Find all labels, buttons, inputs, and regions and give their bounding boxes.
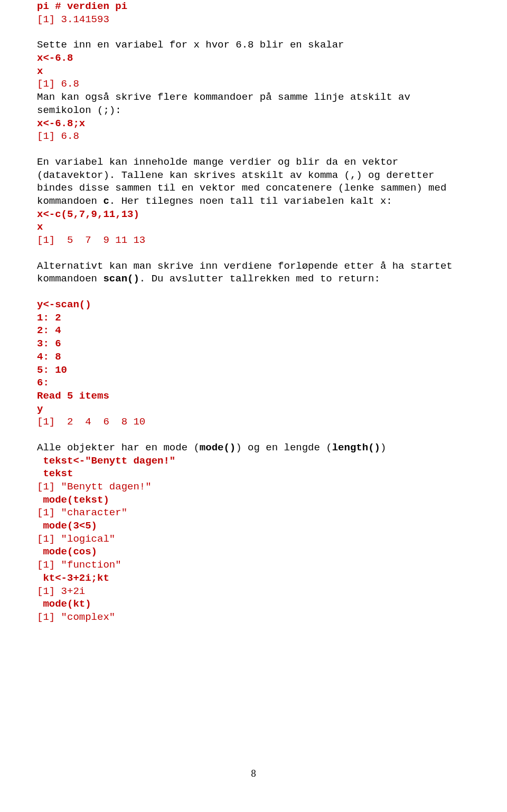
code-line: x<-6.8	[37, 52, 470, 65]
text-paragraph: Alternativt kan man skrive inn verdiene …	[37, 260, 470, 286]
page-number: 8	[0, 767, 507, 780]
output-line: [1] 5 7 9 11 13	[37, 234, 470, 247]
output-line: [1] "complex"	[37, 611, 470, 624]
output-line: [1] "logical"	[37, 533, 470, 546]
text-span: . Her tilegnes noen tall til variabelen …	[109, 195, 392, 207]
code-line: 5: 10	[37, 364, 470, 377]
code-line: tekst<-"Benytt dagen!"	[37, 455, 470, 468]
output-line: [1] 3+2i	[37, 585, 470, 598]
code-line: tekst	[37, 467, 470, 480]
code-line: mode(tekst)	[37, 494, 470, 507]
code-line: kt<-3+2i;kt	[37, 572, 470, 585]
bold-span: mode()	[200, 442, 236, 454]
text-span: ) og en lengde (	[236, 442, 332, 454]
text-line: Alle objekter har en mode (mode()) og en…	[37, 441, 470, 455]
code-line: x	[37, 221, 470, 234]
code-line: y<-scan()	[37, 298, 470, 311]
bold-span: scan()	[103, 273, 139, 285]
code-line: 3: 6	[37, 337, 470, 351]
bold-span: length()	[332, 442, 380, 454]
code-line: Read 5 items	[37, 390, 470, 403]
code-line: x<-c(5,7,9,11,13)	[37, 208, 470, 221]
code-line: 4: 8	[37, 351, 470, 364]
output-line: [1] 6.8	[37, 130, 470, 143]
text-span: )	[380, 442, 386, 454]
code-line: mode(cos)	[37, 545, 470, 559]
output-line: [1] "function"	[37, 559, 470, 572]
code-line: 2: 4	[37, 324, 470, 337]
spacer	[37, 247, 470, 260]
bold-span: c	[103, 195, 109, 207]
spacer	[37, 143, 470, 156]
output-line: [1] "character"	[37, 506, 470, 520]
output-line: [1] 6.8	[37, 78, 470, 91]
spacer	[37, 429, 470, 441]
text-span: . Du avslutter tallrekken med to return:	[139, 273, 380, 285]
text-line: Man kan også skrive flere kommandoer på …	[37, 91, 470, 117]
code-line: 6:	[37, 376, 470, 390]
code-line: mode(3<5)	[37, 520, 470, 533]
text-line: Sette inn en variabel for x hvor 6.8 bli…	[37, 39, 470, 52]
document-page: pi # verdien pi [1] 3.141593 Sette inn e…	[0, 0, 507, 812]
code-line: mode(kt)	[37, 598, 470, 611]
output-line: [1] "Benytt dagen!"	[37, 480, 470, 494]
text-paragraph: En variabel kan inneholde mange verdier …	[37, 156, 470, 208]
code-line: 1: 2	[37, 311, 470, 325]
code-line: x	[37, 65, 470, 78]
spacer	[37, 26, 470, 39]
output-line: [1] 3.141593	[37, 13, 470, 26]
text-span: Alle objekter har en mode (	[37, 442, 200, 454]
code-line: pi # verdien pi	[37, 0, 470, 13]
code-line: y	[37, 403, 470, 416]
spacer	[37, 286, 470, 298]
output-line: [1] 2 4 6 8 10	[37, 416, 470, 429]
code-line: x<-6.8;x	[37, 117, 470, 130]
